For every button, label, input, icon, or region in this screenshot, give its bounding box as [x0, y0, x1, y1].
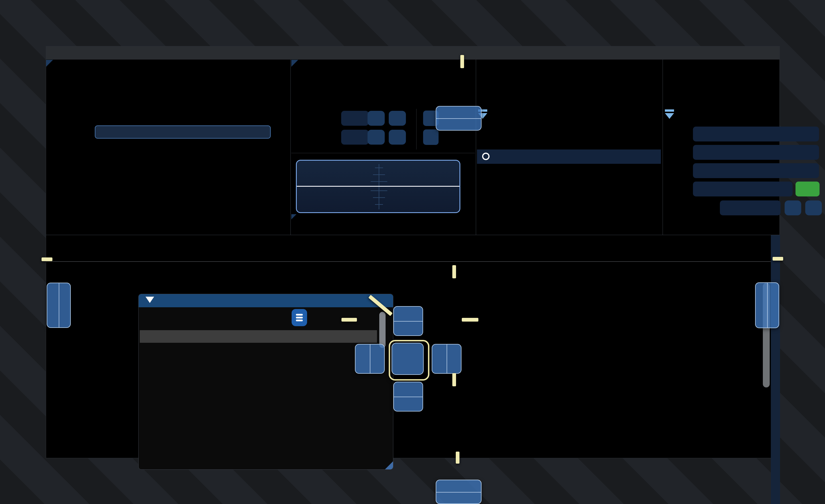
oscilloscope-center-ruler [379, 164, 379, 209]
album-field[interactable] [693, 163, 819, 178]
instrument-list-item[interactable] [477, 150, 661, 164]
instruments-close-icon[interactable] [642, 107, 654, 121]
step-value[interactable] [341, 130, 369, 145]
tuning-field[interactable] [720, 200, 780, 215]
triangle-down-icon[interactable] [146, 297, 154, 303]
oscilloscope [296, 160, 460, 213]
octave-increment-button[interactable] [389, 111, 406, 126]
resize-grip-icon[interactable] [385, 461, 393, 469]
dock-bottom-connector-line [456, 451, 459, 464]
pattern-right-edge [771, 235, 780, 504]
dock-right-connector-line [772, 257, 783, 261]
split-bottom-connector-line [452, 373, 456, 386]
effect-menu-button[interactable] [292, 309, 307, 326]
song-info-collapse-icon[interactable] [664, 109, 675, 119]
split-bottom-target[interactable] [393, 382, 423, 412]
dock-bottom-target[interactable] [436, 480, 481, 504]
oscilloscope-waveform-line [297, 186, 459, 187]
dock-left-target[interactable] [47, 283, 71, 328]
name-field[interactable] [693, 127, 819, 142]
circle-icon [482, 153, 490, 160]
dock-left-connector-line [42, 257, 53, 261]
song-info-close-icon[interactable] [813, 107, 825, 121]
follow-pattern-checkbox[interactable] [423, 130, 439, 145]
dock-top-target[interactable] [436, 106, 481, 131]
split-right-target[interactable] [432, 344, 461, 374]
octave-decrement-button[interactable] [368, 111, 385, 126]
step-decrement-button[interactable] [368, 130, 385, 145]
tuning-increment-button[interactable] [805, 200, 822, 215]
split-top-target[interactable] [393, 306, 423, 336]
orders-corner-decoration [46, 60, 53, 67]
make-tab-target[interactable] [392, 343, 424, 375]
octave-value[interactable] [341, 111, 369, 126]
effect-list-scrollbar[interactable] [379, 312, 386, 348]
dock-right-target[interactable] [755, 282, 779, 328]
auto-system-button[interactable] [796, 182, 820, 196]
author-field[interactable] [693, 145, 819, 160]
app-window [46, 46, 780, 458]
split-left-connector-line [342, 318, 357, 322]
effect-table-header[interactable] [140, 330, 377, 343]
hamburger-icon [292, 309, 307, 326]
controls-corner-decoration [291, 60, 298, 67]
orders-selected-row[interactable] [95, 125, 271, 139]
step-increment-button[interactable] [389, 130, 406, 145]
split-top-connector-line [452, 265, 456, 278]
tuning-decrement-button[interactable] [784, 200, 801, 215]
transport-corner-decoration [291, 214, 297, 219]
effect-list-title-bar[interactable] [139, 294, 393, 307]
dock-top-connector-line [460, 55, 464, 68]
system-select[interactable] [693, 182, 793, 196]
menu-bar [46, 47, 779, 60]
split-right-connector-line [462, 318, 478, 322]
split-left-target[interactable] [355, 344, 385, 374]
